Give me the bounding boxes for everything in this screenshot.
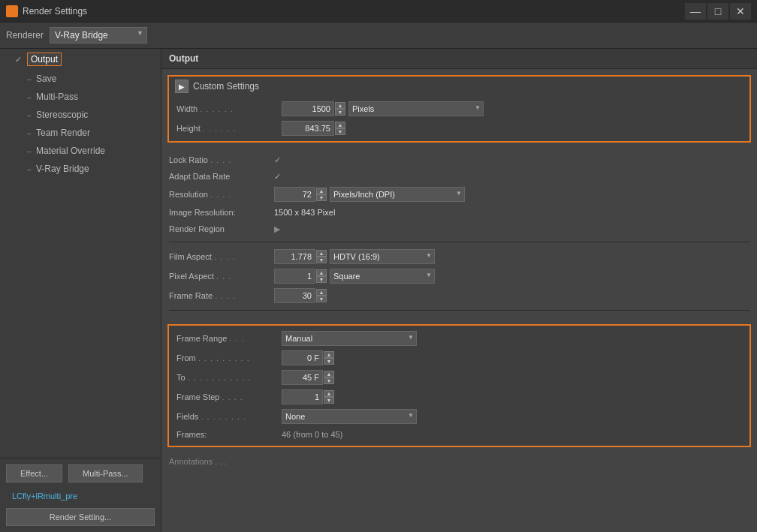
frame-step-spinner-btns: ▲ ▼ [324,390,334,404]
from-down-btn[interactable]: ▼ [324,358,334,365]
sidebar: ✓ Output – Save – Multi-Pass – Stereosco… [0,49,161,532]
window-controls: — □ ✕ [685,3,751,20]
pixel-aspect-label: Pixel Aspect . . . [169,272,274,281]
frame-range-label: Frame Range . . . [176,334,282,343]
frame-step-input[interactable] [282,389,323,404]
frame-range-select[interactable]: Manual All Frames Preview Range [282,331,417,346]
render-region-label: Render Region [169,224,274,233]
frame-range-area: Frame Range . . . Manual All Frames Prev… [169,326,749,446]
sidebar-item-multi-pass-label: Multi-Pass [36,92,78,102]
custom-settings-toggle[interactable]: ▶ [175,80,188,93]
height-spinner: ▲ ▼ [282,121,345,136]
titlebar: Render Settings — □ ✕ [0,0,757,23]
film-aspect-preset-wrapper: HDTV (16:9) Standard (4:3) Widescreen (2… [330,249,435,264]
sidebar-item-save[interactable]: – Save [0,70,161,88]
frame-rate-row: Frame Rate . . . . ▲ ▼ [169,286,749,305]
main-container: Renderer V-Ray Bridge Standard Physical … [0,23,757,532]
divider1 [169,242,749,242]
film-aspect-down-btn[interactable]: ▼ [316,257,327,263]
sidebar-item-material-override-label: Material Override [36,146,105,156]
film-aspect-preset-select[interactable]: HDTV (16:9) Standard (4:3) Widescreen (2… [330,249,435,264]
multi-pass-button[interactable]: Multi-Pass... [68,464,143,482]
annotations-row: Annotations . . . [161,453,757,470]
width-row: Width . . . . . . ▲ ▼ Pix [176,99,742,119]
frames-value: 46 (from 0 to 45) [282,430,342,439]
film-aspect-row: Film Aspect . . . . ▲ ▼ HDTV (16:9) [169,247,749,266]
maximize-button[interactable]: □ [707,3,728,20]
sidebar-tag-area: LCfly+lRmulti_pre [0,488,161,508]
sidebar-item-team-render[interactable]: – Team Render [0,124,161,142]
minimize-button[interactable]: — [685,3,706,20]
height-input[interactable] [282,121,334,136]
film-aspect-input[interactable] [274,249,315,264]
width-unit-select[interactable]: Pixels cm mm [348,101,484,116]
to-spinner: ▲ ▼ [282,370,334,385]
pixel-aspect-row: Pixel Aspect . . . ▲ ▼ Square PAL D [169,266,749,286]
adapt-data-rate-row: Adapt Data Rate ✓ [169,168,749,185]
sidebar-item-stereoscopic[interactable]: – Stereoscopic [0,106,161,124]
height-label: Height . . . . . . [176,124,282,133]
height-up-btn[interactable]: ▲ [335,122,345,128]
divider2 [169,310,749,311]
pixel-aspect-up-btn[interactable]: ▲ [316,269,327,276]
team-render-dash: – [27,129,33,137]
frame-range-wrapper: Manual All Frames Preview Range [282,331,417,346]
multi-pass-dash: – [27,93,33,101]
frame-step-down-btn[interactable]: ▼ [324,397,334,404]
material-override-dash: – [27,147,33,155]
frame-step-up-btn[interactable]: ▲ [324,390,334,397]
render-setting-button[interactable]: Render Setting... [6,508,155,526]
to-spinner-btns: ▲ ▼ [324,371,334,384]
height-down-btn[interactable]: ▼ [335,128,345,135]
resolution-unit-wrapper: Pixels/Inch (DPI) Pixels/cm [330,187,465,202]
content-area: ✓ Output – Save – Multi-Pass – Stereosco… [0,49,757,532]
frame-rate-label: Frame Rate . . . . [169,291,274,300]
pixel-aspect-input[interactable] [274,269,315,284]
film-aspect-up-btn[interactable]: ▲ [316,250,327,257]
sidebar-item-multi-pass[interactable]: – Multi-Pass [0,88,161,106]
resolution-down-btn[interactable]: ▼ [316,194,327,201]
to-input[interactable] [282,370,323,385]
frame-rate-input[interactable] [274,288,315,303]
frame-rate-down-btn[interactable]: ▼ [316,296,327,302]
width-down-btn[interactable]: ▼ [335,109,345,116]
frame-rate-up-btn[interactable]: ▲ [316,289,327,296]
fields-select[interactable]: None Upper First Lower First [282,409,417,424]
resolution-row: Resolution . . . . ▲ ▼ Pixels/Inch (DPI) [169,185,749,204]
width-label: Width . . . . . . [176,104,282,113]
pixel-aspect-preset-select[interactable]: Square PAL D1/DV [330,269,435,284]
from-input[interactable] [282,350,323,365]
to-down-btn[interactable]: ▼ [324,377,334,384]
pixel-aspect-preset-wrapper: Square PAL D1/DV [330,269,435,284]
pixel-aspect-down-btn[interactable]: ▼ [316,276,327,283]
sidebar-item-output[interactable]: ✓ Output [0,49,161,70]
image-resolution-label: Image Resolution: [169,208,274,217]
close-button[interactable]: ✕ [730,3,751,20]
width-input[interactable] [282,101,334,116]
effect-button[interactable]: Effect... [6,464,62,482]
sidebar-item-save-label: Save [36,74,56,84]
width-up-btn[interactable]: ▲ [335,102,345,109]
renderer-select[interactable]: V-Ray Bridge Standard Physical [50,27,147,44]
sidebar-item-material-override[interactable]: – Material Override [0,142,161,160]
resolution-unit-select[interactable]: Pixels/Inch (DPI) Pixels/cm [330,187,465,202]
resolution-spinner-btns: ▲ ▼ [316,188,327,201]
film-aspect-label: Film Aspect . . . . [169,252,274,261]
resolution-up-btn[interactable]: ▲ [316,188,327,194]
sidebar-item-vray-bridge[interactable]: – V-Ray Bridge [0,160,161,178]
resolution-input[interactable] [274,187,315,202]
from-spinner: ▲ ▼ [282,350,334,365]
from-up-btn[interactable]: ▲ [324,351,334,358]
frames-row: Frames: 46 (from 0 to 45) [176,426,742,443]
to-up-btn[interactable]: ▲ [324,371,334,377]
panel: Output ▶ Custom Settings Width . . . . .… [161,49,757,532]
frame-step-spinner: ▲ ▼ [282,389,334,404]
sidebar-bottom [0,178,161,458]
resolution-label: Resolution . . . . [169,190,274,199]
render-region-toggle[interactable]: ▶ [274,224,280,234]
image-resolution-row: Image Resolution: 1500 x 843 Pixel [169,204,749,221]
height-row: Height . . . . . . ▲ ▼ [176,119,742,138]
sidebar-item-output-label: Output [27,53,62,66]
pixel-aspect-spinner-btns: ▲ ▼ [316,269,327,283]
image-resolution-value: 1500 x 843 Pixel [274,208,335,217]
